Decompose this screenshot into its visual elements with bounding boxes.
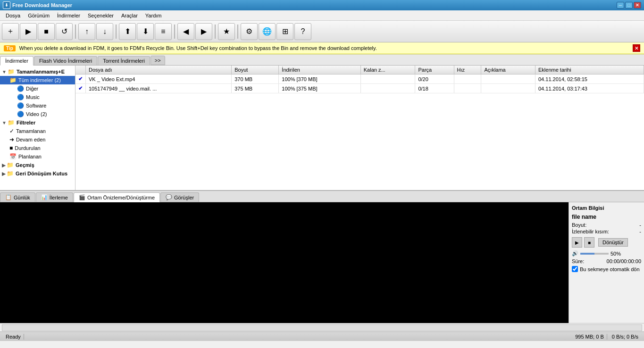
- start-btn[interactable]: ▶: [20, 23, 37, 40]
- video-item-label: Video (2): [26, 111, 47, 117]
- tum-indirmeler-label: Tüm indirmeler (2): [18, 77, 61, 83]
- bottom-scrollbar[interactable]: [2, 324, 642, 331]
- minimize-button[interactable]: ─: [617, 2, 624, 8]
- col-6[interactable]: Açıklama: [481, 66, 535, 75]
- play-button[interactable]: ▶: [572, 237, 582, 248]
- music-item-icon: 🔵: [17, 94, 24, 100]
- tab-0[interactable]: İndirmeler: [0, 56, 33, 66]
- stop-btn[interactable]: ■: [38, 23, 55, 40]
- volume-icon: 🔊: [572, 250, 578, 257]
- durdurulan-item[interactable]: ■Durdurulan: [0, 144, 75, 152]
- gecmis-group-label: Geçmiş: [16, 162, 34, 168]
- gunluk-tab[interactable]: 📋Günlük: [0, 192, 35, 202]
- col-5[interactable]: Hız: [454, 66, 481, 75]
- check-icon: ✔: [78, 85, 83, 91]
- volume-row: 🔊 50%: [572, 250, 641, 257]
- gorusler-tab-icon: 💬: [166, 194, 172, 200]
- col-2[interactable]: İndirilen: [279, 66, 360, 75]
- tum-indirmeler-icon: 📁: [9, 77, 17, 83]
- settings-btn[interactable]: ⚙: [241, 23, 258, 40]
- folder-icon: 📁: [8, 119, 15, 126]
- col-1[interactable]: Boyut: [232, 66, 279, 75]
- row-0-col-6: [481, 75, 535, 84]
- add-download-btn[interactable]: ＋: [2, 23, 19, 40]
- folder-icon: 📁: [7, 170, 14, 177]
- geri-donusum-group-header[interactable]: ▶📁Geri Dönüşüm Kutus: [0, 169, 75, 178]
- help-btn[interactable]: ?: [294, 23, 311, 40]
- bottom-tabs: 📋Günlük📊İlerleme🎬Ortam Önizleme/Dönüştür…: [0, 191, 644, 202]
- row-0-col-7: 04.11.2014, 02:58:15: [535, 75, 644, 84]
- menu-item-görünüm[interactable]: Görünüm: [24, 12, 53, 19]
- col-4[interactable]: Parça: [415, 66, 454, 75]
- row-1-col-6: [481, 84, 535, 93]
- globe-btn[interactable]: 🌐: [259, 23, 276, 40]
- viewable-row: İzlenebilir kısım: -: [572, 229, 641, 234]
- layer-btn[interactable]: ⊞: [276, 23, 293, 40]
- export-btn[interactable]: ⬇: [137, 23, 154, 40]
- tab-1[interactable]: Flash Video İndirmeleri: [34, 56, 97, 65]
- tab-more-button[interactable]: >>: [151, 56, 165, 65]
- diger-item[interactable]: 🔵Diğer: [0, 84, 75, 93]
- ortam-tab[interactable]: 🎬Ortam Önizleme/Dönüştürme: [74, 192, 160, 202]
- volume-pct: 50%: [611, 251, 621, 257]
- geri-donusum-group-label: Geri Dönüşüm Kutus: [16, 171, 67, 176]
- toolbar-separator-4: [75, 25, 76, 39]
- row-1-col-3: [360, 84, 415, 93]
- menu-bar: DosyaGörünümİndirmelerSeçeneklerAraçlarY…: [0, 10, 644, 21]
- tip-text: When you delete a download in FDM, it go…: [19, 45, 377, 51]
- planlanan-item[interactable]: 📅Planlanan: [0, 152, 75, 161]
- geri-donusum-group: ▶📁Geri Dönüşüm Kutus: [0, 169, 75, 178]
- media-info-title: Ortam Bilgisi: [572, 205, 641, 211]
- status-ready: Ready: [3, 334, 24, 340]
- stop-button[interactable]: ■: [584, 237, 594, 248]
- music-item[interactable]: 🔵Music: [0, 93, 75, 101]
- diger-item-icon: 🔵: [17, 85, 24, 92]
- convert-button[interactable]: Dönüştür: [598, 238, 628, 247]
- toolbar: ＋▶■↺↑↓⬆⬇≡◀▶★⚙🌐⊞?: [0, 21, 644, 42]
- bookmark-btn[interactable]: ★: [218, 23, 235, 40]
- col-7[interactable]: Eklenme tarihi: [535, 66, 644, 75]
- menu-item-dosya[interactable]: Dosya: [2, 12, 24, 19]
- ilerleme-tab[interactable]: 📊İlerleme: [36, 192, 73, 202]
- tab-2[interactable]: Torrent İndirmeleri: [98, 56, 150, 65]
- tamamlanmamis-group-header[interactable]: ▼📁Tamamlanmamış+E: [0, 67, 75, 76]
- menu-item-seçenekler[interactable]: Seçenekler: [84, 12, 117, 19]
- gecmis-group-header[interactable]: ▶📁Geçmiş: [0, 161, 75, 169]
- col-3[interactable]: Kalan z...: [360, 66, 415, 75]
- music-item-label: Music: [26, 94, 40, 100]
- filtreler-group-header[interactable]: ▼📁Filtreler: [0, 118, 75, 127]
- video-item[interactable]: 🔵Video (2): [0, 110, 75, 118]
- devam-eden-item-label: Devam eden: [16, 137, 45, 142]
- menu-item-i̇ndirmeler[interactable]: İndirmeler: [53, 12, 84, 19]
- next-btn[interactable]: ▶: [195, 23, 212, 40]
- schedule-btn[interactable]: ≡: [155, 23, 172, 40]
- prev-btn[interactable]: ◀: [177, 23, 194, 40]
- menu-item-yardım[interactable]: Yardım: [142, 12, 166, 19]
- tum-indirmeler[interactable]: 📁Tüm indirmeler (2): [0, 76, 75, 84]
- import-btn[interactable]: ⬆: [119, 23, 136, 40]
- down-btn[interactable]: ↓: [96, 23, 113, 40]
- up-btn[interactable]: ↑: [78, 23, 95, 40]
- gunluk-tab-label: Günlük: [14, 195, 30, 200]
- devam-eden-item[interactable]: ➜Devam eden: [0, 135, 75, 144]
- tamamlanan-item[interactable]: ✓Tamamlanan: [0, 127, 75, 135]
- maximize-button[interactable]: □: [625, 2, 633, 8]
- tip-close-button[interactable]: ✕: [633, 44, 640, 52]
- row-1-col-0: 1051747949 __ video.mail. ...: [86, 84, 232, 93]
- duration-value: 00:00/00:00:00: [607, 258, 641, 264]
- volume-slider[interactable]: [580, 253, 609, 255]
- toolbar-separator-11: [215, 25, 216, 39]
- table-row[interactable]: ✔VK _ Video Ext.mp4370 MB100% [370 MB]0/…: [75, 75, 644, 84]
- diger-item-label: Diğer: [26, 86, 38, 91]
- close-button[interactable]: ✕: [634, 2, 641, 8]
- app-icon: ⬇: [3, 1, 10, 9]
- table-row[interactable]: ✔1051747949 __ video.mail. ...375 MB100%…: [75, 84, 644, 93]
- menu-item-araçlar[interactable]: Araçlar: [117, 12, 142, 19]
- refresh-btn[interactable]: ↺: [56, 23, 73, 40]
- row-1-col-2: 100% [375 MB]: [279, 84, 360, 93]
- col-0[interactable]: Dosya adı: [86, 66, 232, 75]
- auto-switch-checkbox[interactable]: [572, 266, 578, 272]
- auto-switch-label: Bu sekmeye otomatik dön: [580, 266, 640, 272]
- software-item[interactable]: 🔵Software: [0, 101, 75, 110]
- gorusler-tab[interactable]: 💬Görüşler: [160, 192, 199, 202]
